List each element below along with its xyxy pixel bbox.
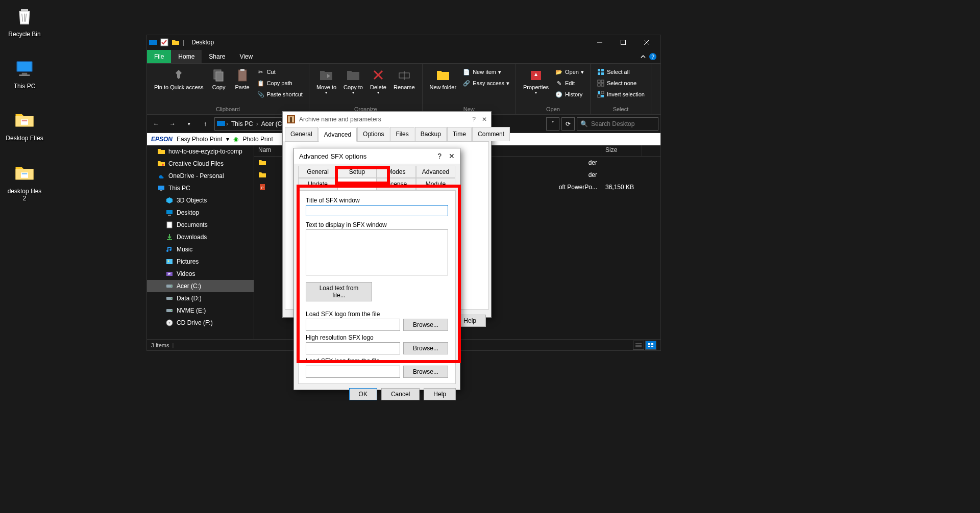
winrar-tab-general[interactable]: General	[285, 127, 318, 141]
refresh-button[interactable]: ⟳	[561, 117, 575, 131]
sfx-tab-advanced[interactable]: Advanced	[416, 166, 455, 178]
minimize-button[interactable]	[588, 35, 611, 49]
winrar-icon	[287, 115, 295, 123]
tree-item[interactable]: Videos	[147, 268, 254, 280]
checkbox-icon	[160, 38, 168, 46]
pin-quick-access-button[interactable]: Pin to Quick access	[151, 65, 207, 92]
open-button[interactable]: 📂Open ▾	[553, 67, 586, 77]
winrar-tab-backup[interactable]: Backup	[415, 127, 447, 141]
sfx-tab-modes[interactable]: Modes	[377, 166, 416, 178]
tab-file[interactable]: File	[147, 50, 171, 63]
close-button[interactable]	[635, 35, 658, 49]
details-view-button[interactable]	[633, 341, 644, 350]
tree-item[interactable]: CD Drive (F:)	[147, 317, 254, 329]
tree-item[interactable]: Creative Cloud Files	[147, 158, 254, 170]
back-button[interactable]: ←	[149, 117, 163, 131]
select-all-button[interactable]: Select all	[595, 67, 647, 77]
desktop-icon-desktop-files[interactable]: Desktop FIles	[5, 108, 44, 142]
sfx-cancel-button[interactable]: Cancel	[381, 388, 420, 400]
desktop-icon-recycle-bin[interactable]: Recycle Bin	[5, 4, 44, 38]
sfx-tab-license[interactable]: License	[377, 178, 416, 190]
tree-item[interactable]: OneDrive - Personal	[147, 170, 254, 182]
forward-button[interactable]: →	[165, 117, 180, 131]
winrar-tab-options[interactable]: Options	[357, 127, 389, 141]
paste-button[interactable]: Paste	[231, 65, 254, 92]
cut-button[interactable]: ✂Cut	[255, 67, 305, 77]
winrar-close-button[interactable]: ✕	[482, 116, 487, 123]
svg-rect-19	[238, 70, 247, 81]
tree-item[interactable]: 3D Objects	[147, 194, 254, 207]
sfx-highres-input[interactable]	[306, 342, 400, 354]
tab-view[interactable]: View	[232, 50, 260, 63]
sfx-tab-setup[interactable]: Setup	[337, 166, 377, 178]
maximize-button[interactable]	[611, 35, 635, 49]
collapse-ribbon-icon[interactable]	[640, 54, 646, 60]
copy-button[interactable]: Copy	[208, 65, 230, 92]
paste-shortcut-button[interactable]: 📎Paste shortcut	[255, 89, 305, 99]
sfx-logo-input[interactable]	[306, 319, 400, 331]
tree-item[interactable]: how-to-use-ezyzip-to-comp	[147, 145, 254, 158]
sfx-help-button[interactable]: Help	[424, 388, 456, 400]
breadcrumb-dropdown[interactable]: ˅	[546, 117, 559, 131]
tree-item[interactable]: Documents	[147, 219, 254, 231]
tree-item[interactable]: Desktop	[147, 207, 254, 219]
winrar-tab-files[interactable]: Files	[390, 127, 414, 141]
sfx-tab-general[interactable]: General	[298, 166, 337, 178]
invert-selection-button[interactable]: Invert selection	[595, 89, 647, 99]
browse-icon-button[interactable]: Browse...	[403, 366, 448, 378]
tree-item[interactable]: Downloads	[147, 231, 254, 243]
sfx-tab-update[interactable]: Update	[298, 178, 337, 190]
epson-easy-photo[interactable]: Easy Photo Print	[177, 136, 222, 143]
browse-logo-button[interactable]: Browse...	[403, 319, 448, 331]
copy-to-button[interactable]: Copy to▾	[340, 65, 366, 97]
desktop-icon-desktop-files-2[interactable]: desktop files 2	[5, 161, 44, 202]
winrar-tab-time[interactable]: Time	[447, 127, 472, 141]
col-size[interactable]: Size	[601, 145, 642, 156]
search-input[interactable]: 🔍 Search Desktop	[577, 117, 658, 131]
tree-item[interactable]: NVME (E:)	[147, 304, 254, 317]
move-to-button[interactable]: Move to▾	[313, 65, 339, 97]
history-button[interactable]: 🕘History	[553, 89, 586, 99]
winrar-tab-advanced[interactable]: Advanced	[318, 127, 357, 142]
tree-panel[interactable]: how-to-use-ezyzip-to-compCreative Cloud …	[147, 145, 254, 339]
winrar-titlebar[interactable]: Archive name and parameters ? ✕	[283, 112, 491, 127]
up-button[interactable]: ↑	[198, 117, 212, 131]
winrar-tab-comment[interactable]: Comment	[472, 127, 510, 141]
recent-button[interactable]: ▾	[182, 117, 196, 131]
large-icons-view-button[interactable]	[645, 341, 656, 350]
sfx-text-textarea[interactable]	[306, 229, 448, 275]
copy-path-button[interactable]: 📋Copy path	[255, 78, 305, 88]
titlebar[interactable]: | Desktop	[147, 35, 660, 49]
sfx-tab-text-and-icon[interactable]: Text and icon	[337, 178, 377, 190]
load-text-button[interactable]: Load text from file...	[306, 282, 372, 301]
epson-photo-print[interactable]: Photo Print	[242, 136, 273, 143]
properties-button[interactable]: Properties▾	[520, 65, 552, 97]
new-item-button[interactable]: 📄New item ▾	[460, 67, 511, 77]
sfx-ok-button[interactable]: OK	[349, 388, 377, 400]
sfx-close-button[interactable]: ✕	[449, 152, 455, 160]
tree-item[interactable]: Acer (C:)	[147, 280, 254, 292]
winrar-help-button[interactable]: ?	[472, 116, 476, 123]
sfx-icon-input[interactable]	[306, 366, 400, 378]
music-icon	[165, 245, 174, 253]
help-icon[interactable]: ?	[649, 53, 656, 60]
sfx-help-button[interactable]: ?	[437, 152, 442, 160]
tab-home[interactable]: Home	[171, 50, 202, 63]
edit-button[interactable]: ✎Edit	[553, 78, 586, 88]
easy-access-button[interactable]: 🔗Easy access ▾	[460, 78, 511, 88]
delete-button[interactable]: Delete▾	[367, 65, 389, 97]
new-folder-button[interactable]: New folder	[427, 65, 460, 92]
cut-icon: ✂	[257, 68, 265, 76]
select-none-button[interactable]: Select none	[595, 78, 647, 88]
tree-item[interactable]: This PC	[147, 182, 254, 194]
tree-item[interactable]: Data (D:)	[147, 292, 254, 304]
browse-highres-button[interactable]: Browse...	[403, 342, 448, 354]
sfx-tab-module[interactable]: Module	[416, 178, 455, 190]
desktop-icon-this-pc[interactable]: This PC	[5, 56, 44, 90]
tree-item[interactable]: Music	[147, 243, 254, 255]
tab-share[interactable]: Share	[202, 50, 232, 63]
sfx-titlebar[interactable]: Advanced SFX options ? ✕	[294, 148, 460, 164]
rename-button[interactable]: Rename	[390, 65, 418, 92]
sfx-title-input[interactable]	[306, 205, 448, 216]
tree-item[interactable]: Pictures	[147, 255, 254, 268]
